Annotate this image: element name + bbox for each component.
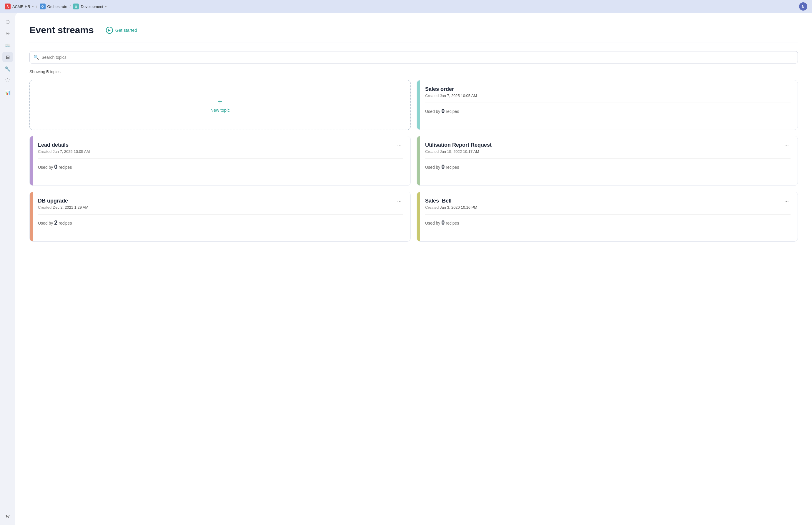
- card-top: Sales order Created Jan 7, 2025 10:05 AM…: [425, 86, 791, 98]
- new-topic-label: New topic: [211, 108, 230, 112]
- card-meta-lead: Lead details Created Jan 7, 2025 10:05 A…: [38, 142, 90, 154]
- card-accent-sales-order: [417, 80, 420, 130]
- card-divider-sales-order: [425, 103, 791, 103]
- development-nav[interactable]: ⊞ Development ▾: [73, 3, 107, 10]
- card-top-utilisation: Utilisation Report Request Created Jun 1…: [425, 142, 791, 154]
- topic-card-db-upgrade: DB upgrade Created Dec 2, 2021 1:29 AM ·…: [29, 192, 411, 242]
- card-accent-lead-details: [30, 136, 33, 185]
- topic-card-lead-details: Lead details Created Jan 7, 2025 10:05 A…: [29, 136, 411, 186]
- topics-grid: + New topic Sales order Created Jan 7, 2…: [29, 80, 798, 242]
- new-topic-card[interactable]: + New topic: [29, 80, 411, 130]
- card-date-lead-details: Created Jan 7, 2025 10:05 AM: [38, 149, 90, 154]
- topbar-sep1: /: [36, 4, 38, 9]
- more-options-sales-bell[interactable]: ···: [783, 198, 791, 205]
- card-meta-utilisation: Utilisation Report Request Created Jun 1…: [425, 142, 492, 154]
- search-container: 🔍: [29, 51, 798, 63]
- card-content-utilisation: Utilisation Report Request Created Jun 1…: [417, 136, 798, 176]
- report-icon: 📊: [5, 90, 11, 95]
- sidebar-item-logo[interactable]: w: [2, 511, 13, 522]
- sidebar: ⬡ ✳ 📖 ⊞ 🔧 🛡 📊 w: [0, 13, 15, 525]
- card-title-sales-order[interactable]: Sales order: [425, 86, 477, 92]
- workato-logo-icon: w: [6, 513, 10, 520]
- card-divider-utilisation: [425, 159, 791, 159]
- card-content-db-upgrade: DB upgrade Created Dec 2, 2021 1:29 AM ·…: [30, 192, 410, 232]
- card-meta: Sales order Created Jan 7, 2025 10:05 AM: [425, 86, 477, 98]
- sidebar-item-report[interactable]: 📊: [2, 87, 13, 97]
- card-date-sales-bell: Created Jan 3, 2020 10:16 PM: [425, 205, 477, 210]
- topbar: A ACME-HR ▾ / O Orchestrate / ⊞ Developm…: [0, 0, 812, 13]
- topic-card-utilisation: Utilisation Report Request Created Jun 1…: [417, 136, 798, 186]
- topic-card-sales-bell: Sales_Bell Created Jan 3, 2020 10:16 PM …: [417, 192, 798, 242]
- app-icon: A: [5, 3, 11, 10]
- user-avatar[interactable]: N: [799, 2, 807, 11]
- more-options-lead-details[interactable]: ···: [395, 142, 403, 149]
- play-icon: ▶: [106, 27, 113, 34]
- card-top-bell: Sales_Bell Created Jan 3, 2020 10:16 PM …: [425, 198, 791, 210]
- card-title-sales-bell[interactable]: Sales_Bell: [425, 198, 477, 204]
- get-started-label: Get started: [115, 28, 137, 33]
- development-icon: ⊞: [73, 3, 79, 10]
- app-chevron: ▾: [32, 5, 34, 9]
- topbar-sep2: /: [70, 4, 71, 9]
- card-accent-db-upgrade: [30, 192, 33, 241]
- new-topic-plus: +: [218, 97, 222, 106]
- layers-icon: ⬡: [5, 19, 10, 25]
- card-footer-utilisation: Used by 0 recipes: [425, 163, 791, 170]
- search-icon: 🔍: [33, 55, 39, 60]
- card-footer-sales-bell: Used by 0 recipes: [425, 219, 791, 226]
- orchestrate-label: Orchestrate: [47, 4, 67, 9]
- card-top-lead: Lead details Created Jan 7, 2025 10:05 A…: [38, 142, 403, 154]
- sidebar-item-wrench[interactable]: 🔧: [2, 63, 13, 74]
- showing-topics-text: Showing 5 topics: [29, 69, 798, 74]
- more-options-utilisation[interactable]: ···: [783, 142, 791, 149]
- orchestrate-icon: O: [40, 3, 46, 10]
- card-date-utilisation: Created Jun 15, 2022 10:17 AM: [425, 149, 492, 154]
- book-icon: 📖: [5, 43, 11, 48]
- page-title: Event streams: [29, 25, 94, 35]
- main-content: Event streams ▶ Get started 🔍 Showing 5 …: [15, 13, 812, 525]
- card-content-sales-order: Sales order Created Jan 7, 2025 10:05 AM…: [417, 80, 798, 120]
- dev-chevron: ▾: [105, 5, 107, 9]
- shield-icon: 🛡: [5, 78, 10, 83]
- topics-count: 5: [46, 69, 49, 74]
- card-top-db: DB upgrade Created Dec 2, 2021 1:29 AM ·…: [38, 198, 403, 210]
- new-topic-inner: + New topic: [211, 97, 230, 112]
- app-name: ACME-HR: [12, 4, 30, 9]
- get-started-button[interactable]: ▶ Get started: [106, 27, 137, 34]
- card-title-utilisation[interactable]: Utilisation Report Request: [425, 142, 492, 148]
- development-label: Development: [81, 4, 103, 9]
- card-accent-sales-bell: [417, 192, 420, 241]
- asterisk-icon: ✳: [6, 31, 10, 36]
- card-footer-db-upgrade: Used by 2 recipes: [38, 219, 403, 226]
- card-meta-bell: Sales_Bell Created Jan 3, 2020 10:16 PM: [425, 198, 477, 210]
- sidebar-item-asterisk[interactable]: ✳: [2, 28, 13, 39]
- grid-icon: ⊞: [6, 55, 10, 60]
- card-accent-utilisation: [417, 136, 420, 185]
- section-divider: [29, 43, 798, 43]
- more-options-sales-order[interactable]: ···: [783, 86, 791, 93]
- card-content-sales-bell: Sales_Bell Created Jan 3, 2020 10:16 PM …: [417, 192, 798, 232]
- card-date-sales-order: Created Jan 7, 2025 10:05 AM: [425, 93, 477, 98]
- sidebar-item-book[interactable]: 📖: [2, 40, 13, 50]
- card-footer-sales-order: Used by 0 recipes: [425, 108, 791, 114]
- page-header: Event streams ▶ Get started: [29, 25, 798, 35]
- search-input[interactable]: [29, 51, 798, 63]
- more-options-db-upgrade[interactable]: ···: [395, 198, 403, 205]
- header-divider: [100, 26, 100, 35]
- card-divider-lead: [38, 159, 403, 159]
- wrench-icon: 🔧: [5, 66, 11, 72]
- sidebar-item-grid[interactable]: ⊞: [2, 52, 13, 62]
- card-meta-db: DB upgrade Created Dec 2, 2021 1:29 AM: [38, 198, 88, 210]
- card-footer-lead-details: Used by 0 recipes: [38, 163, 403, 170]
- topbar-right: N: [799, 2, 807, 11]
- sidebar-item-shield[interactable]: 🛡: [2, 75, 13, 86]
- topic-card-sales-order: Sales order Created Jan 7, 2025 10:05 AM…: [417, 80, 798, 130]
- card-date-db-upgrade: Created Dec 2, 2021 1:29 AM: [38, 205, 88, 210]
- topics-label: topics: [50, 69, 61, 74]
- orchestrate-nav[interactable]: O Orchestrate: [40, 3, 67, 10]
- card-title-db-upgrade[interactable]: DB upgrade: [38, 198, 88, 204]
- sidebar-item-layers[interactable]: ⬡: [2, 16, 13, 27]
- app-switcher[interactable]: A ACME-HR ▾: [5, 3, 34, 10]
- card-content-lead-details: Lead details Created Jan 7, 2025 10:05 A…: [30, 136, 410, 176]
- card-title-lead-details[interactable]: Lead details: [38, 142, 90, 148]
